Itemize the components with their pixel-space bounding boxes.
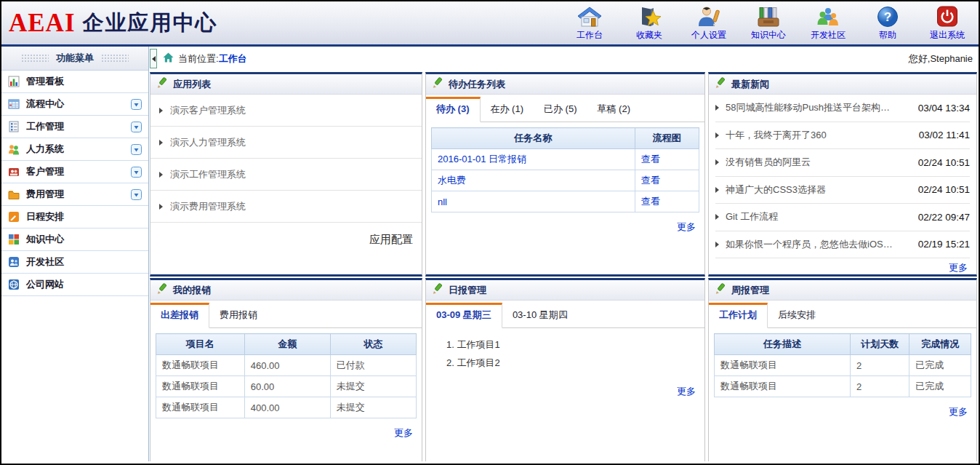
more-link[interactable]: 更多 [394, 427, 413, 438]
sidebar-item-label: 流程中心 [26, 98, 64, 111]
app-list-item[interactable]: 演示人力管理系统 [150, 127, 422, 159]
more-link[interactable]: 更多 [949, 262, 968, 273]
column-header: 任务名称 [432, 128, 635, 149]
sidebar-item-label: 知识中心 [26, 233, 64, 246]
expand-down-icon[interactable] [131, 144, 142, 155]
nav-help[interactable]: ? 帮助 [867, 4, 909, 41]
knowledge-icon [8, 234, 20, 245]
tab-todo-done[interactable]: 已办 (5) [534, 97, 587, 122]
view-flowchart-link[interactable]: 查看 [641, 154, 660, 164]
news-item[interactable]: Git 工作流程02/22 09:47 [715, 204, 970, 231]
app-config-link[interactable]: 应用配置 [369, 233, 413, 245]
page: { "colors": { "accent_orange": "#e87511"… [0, 0, 980, 465]
sidebar-item-process-center[interactable]: 流程中心 [1, 93, 148, 116]
nav-label: 收藏夹 [636, 29, 662, 41]
task-name-link[interactable]: 水电费 [438, 175, 466, 186]
news-item[interactable]: 神通广大的CSS3选择器02/24 10:51 [715, 177, 970, 204]
task-name-link[interactable]: nll [438, 196, 447, 207]
more-link[interactable]: 更多 [677, 221, 696, 232]
sidebar-item-dashboard[interactable]: 管理看板 [1, 71, 148, 93]
expand-down-icon[interactable] [131, 189, 142, 200]
column-header: 流程图 [635, 128, 699, 149]
tab-todo-pending[interactable]: 待办 (3) [426, 97, 481, 122]
panel-my-expense: 我的报销 出差报销 费用报销 项目名 金额 状态 数通畅联项目 460.00 [150, 278, 422, 461]
table-header-row: 任务描述 计划天数 完成情况 [715, 334, 971, 355]
news-time: 02/24 10:51 [918, 184, 970, 195]
pencil-icon [715, 77, 726, 91]
app-list-item[interactable]: 演示费用管理系统 [150, 191, 422, 223]
expand-down-icon[interactable] [131, 99, 142, 110]
cell-project: 数通畅联项目 [156, 397, 245, 418]
triangle-bullet-icon [159, 108, 163, 114]
sidebar-item-customer-mgmt[interactable]: 客户管理 [1, 161, 148, 183]
view-flowchart-link[interactable]: 查看 [641, 175, 660, 186]
sidebar-item-community[interactable]: 开发社区 [1, 251, 148, 274]
cell-task: 数通畅联项目 [715, 376, 851, 397]
app-header: AEAI 企业应用中心 工作台 收藏夹 个人设置 知识中心 [1, 1, 979, 47]
triangle-bullet-icon [159, 172, 163, 178]
sidebar-item-website[interactable]: 公司网站 [1, 274, 148, 296]
sidebar-collapse-toggle[interactable] [150, 49, 157, 68]
nav-label: 退出系统 [930, 29, 965, 41]
greeting-text: 您好,Stephanie [909, 52, 979, 65]
tab-daily-thu[interactable]: 03-10 星期四 [502, 303, 578, 327]
news-item[interactable]: 没有销售员的阿里云02/24 10:51 [715, 149, 970, 177]
expand-down-icon[interactable] [131, 122, 142, 132]
breadcrumb-current-link[interactable]: 工作台 [219, 52, 247, 65]
help-icon: ? [876, 4, 899, 28]
sidebar-item-knowledge[interactable]: 知识中心 [1, 228, 148, 251]
nav-workbench[interactable]: 工作台 [569, 4, 611, 41]
nav-dev-community[interactable]: 开发社区 [807, 4, 849, 41]
view-flowchart-link[interactable]: 查看 [641, 196, 660, 207]
nav-knowledge-center[interactable]: 知识中心 [747, 4, 790, 41]
panel-header: 最新新闻 [709, 74, 976, 95]
column-header: 金额 [244, 334, 330, 355]
panel-header: 待办任务列表 [426, 74, 704, 95]
news-item[interactable]: 58同城高性能移动Push推送平台架构…03/04 13:34 [715, 95, 970, 122]
panel-title: 我的报销 [173, 284, 211, 297]
table-row: 2016-01-01 日常报销 查看 [432, 149, 699, 170]
news-title: 如果你恨一个程序员，忽悠他去做iOS… [726, 238, 912, 251]
sidebar-item-work-management[interactable]: 工作管理 [1, 116, 148, 138]
sidebar-item-schedule[interactable]: 日程安排 [1, 206, 148, 228]
task-name-link[interactable]: 2016-01-01 日常报销 [438, 154, 526, 164]
expand-down-icon[interactable] [131, 167, 142, 178]
tab-daily-wed[interactable]: 03-09 星期三 [426, 303, 502, 328]
nav-label: 个人设置 [691, 29, 726, 41]
panel-weekly-report: 周报管理 工作计划 后续安排 任务描述 计划天数 完成情况 数通畅联项目 2 [708, 278, 977, 461]
tab-travel-expense[interactable]: 出差报销 [150, 303, 209, 328]
cell-task: 数通畅联项目 [715, 355, 851, 376]
app-list-item[interactable]: 演示客户管理系统 [150, 95, 422, 127]
news-item[interactable]: 如果你恨一个程序员，忽悠他去做iOS…02/19 15:21 [715, 231, 970, 259]
panel-header: 应用列表 [150, 74, 422, 95]
website-icon [8, 279, 20, 290]
expense-table: 项目名 金额 状态 数通畅联项目 460.00 已付款 数通畅联项目 60.00… [156, 333, 417, 418]
cell-project: 数通畅联项目 [156, 355, 245, 376]
panel-header: 我的报销 [150, 280, 422, 301]
nav-logout[interactable]: 退出系统 [926, 4, 968, 41]
table-row: 数通畅联项目 60.00 未提交 [156, 376, 417, 397]
sidebar-item-expense-mgmt[interactable]: 费用管理 [1, 183, 148, 206]
panel-header: 日报管理 [426, 280, 704, 301]
column-header: 完成情况 [909, 334, 971, 355]
tab-todo-draft[interactable]: 草稿 (2) [587, 97, 641, 122]
tab-fee-expense[interactable]: 费用报销 [209, 303, 268, 327]
table-row: 数通畅联项目 2 已完成 [715, 355, 971, 376]
tab-followup[interactable]: 后续安排 [768, 303, 826, 327]
tab-todo-inprogress[interactable]: 在办 (1) [481, 97, 534, 122]
home-icon [577, 4, 602, 28]
news-time: 02/19 15:21 [918, 239, 970, 250]
nav-profile-settings[interactable]: 个人设置 [688, 4, 730, 41]
app-list-item[interactable]: 演示工作管理系统 [150, 159, 422, 191]
tab-work-plan[interactable]: 工作计划 [709, 303, 768, 328]
triangle-bullet-icon [715, 187, 719, 193]
more-link[interactable]: 更多 [677, 386, 696, 397]
cell-days: 2 [851, 355, 909, 376]
nav-favorites[interactable]: 收藏夹 [628, 4, 670, 41]
news-item[interactable]: 十年，我终于离开了36003/02 11:41 [715, 122, 970, 150]
sidebar-item-label: 人力系统 [26, 143, 64, 156]
app-list-label: 演示费用管理系统 [170, 200, 246, 213]
sidebar-item-hr-system[interactable]: 人力系统 [1, 138, 148, 161]
community-icon [8, 256, 20, 268]
more-link[interactable]: 更多 [949, 406, 968, 417]
